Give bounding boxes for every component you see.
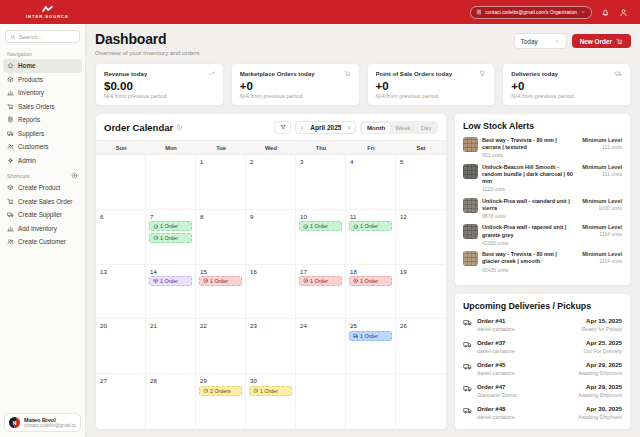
delivery-item[interactable]: Order #37 daniel cantatore Apr 25, 2025 … [463, 339, 622, 354]
calendar-day-cell[interactable]: 8 [196, 210, 246, 265]
calendar-day-cell[interactable] [346, 374, 396, 429]
calendar-day-cell[interactable]: 19 [396, 265, 446, 320]
calendar-day-cell[interactable]: 11 1 Order [346, 210, 396, 265]
day-number: 21 [150, 322, 193, 329]
sidebar-item-inventory[interactable]: Inventory [3, 86, 82, 100]
shortcut-item-add-inventory[interactable]: Add Inventory [3, 222, 82, 236]
calendar-event-chip[interactable]: 1 Order [299, 221, 342, 231]
calendar-day-cell[interactable]: 30 1 Order [246, 374, 296, 429]
delivery-item[interactable]: Order #48 daniel cantatore Apr 30, 2025 … [463, 405, 622, 420]
stat-delta: N/A from previous period [376, 93, 487, 99]
sidebar-item-reports[interactable]: Reports [3, 113, 82, 127]
sidebar-item-label: Reports [18, 116, 40, 123]
date-range-select[interactable]: Today [514, 33, 567, 49]
sidebar-item-admin[interactable]: Admin [3, 154, 82, 168]
calendar-event-chip[interactable]: 1 Order [199, 276, 242, 286]
calendar-day-cell[interactable]: 9 [246, 210, 296, 265]
calendar-day-cell[interactable] [96, 155, 146, 210]
calendar-day-cell[interactable]: 21 [146, 319, 196, 374]
calendar-day-cell[interactable]: 29 2 Orders [196, 374, 246, 429]
sidebar-item-customers[interactable]: Customers [3, 140, 82, 154]
prev-month-button[interactable] [299, 125, 305, 131]
calendar-day-cell[interactable]: 7 1 Order 1 Order [146, 210, 196, 265]
delivery-item[interactable]: Order #45 daniel cantatore Apr 29, 2025 … [463, 361, 622, 376]
calendar-day-cell[interactable] [146, 155, 196, 210]
info-icon[interactable] [176, 124, 183, 131]
app-logo[interactable]: INTER-SOURCE [26, 5, 69, 19]
calendar-event-chip[interactable]: 1 Order [349, 221, 392, 231]
calendar-day-cell[interactable]: 24 [296, 319, 346, 374]
view-option-month[interactable]: Month [362, 123, 390, 133]
calendar-event-chip[interactable]: 1 Order [349, 276, 392, 286]
low-stock-title: Low Stock Alerts [463, 121, 622, 131]
shortcut-item-create-supplier[interactable]: Create Supplier [3, 208, 82, 222]
calendar-event-chip[interactable]: 1 Order [249, 386, 292, 396]
minimum-level-value: 1114 units [578, 258, 622, 264]
calendar-day-cell[interactable]: 12 [396, 210, 446, 265]
view-option-day[interactable]: Day [416, 123, 437, 133]
weekday-header: SunMonTueWedThuFriSat [96, 140, 446, 155]
box-icon [7, 184, 14, 191]
shortcut-item-create-sales-order[interactable]: Create Sales Order [3, 195, 82, 209]
sidebar: Navigation Home Products Inventory Sales… [0, 24, 86, 437]
chart-icon [7, 225, 14, 232]
next-month-button[interactable] [346, 125, 352, 131]
calendar-day-cell[interactable]: 1 [196, 155, 246, 210]
calendar-day-cell[interactable]: 3 [296, 155, 346, 210]
calendar-day-cell[interactable]: 25 1 Order [346, 319, 396, 374]
shortcut-item-create-product[interactable]: Create Product [3, 181, 82, 195]
sidebar-item-products[interactable]: Products [3, 73, 82, 87]
calendar-day-cell[interactable]: 4 [346, 155, 396, 210]
calendar-day-cell[interactable]: 5 [396, 155, 446, 210]
product-thumbnail [463, 224, 478, 239]
account-person-icon[interactable] [619, 8, 628, 17]
view-option-week[interactable]: Week [390, 123, 415, 133]
user-menu[interactable]: N Mateo Bivol contact.codeltix@gmail.com [4, 413, 81, 432]
calendar-day-cell[interactable]: 20 [96, 319, 146, 374]
calendar-day-cell[interactable]: 23 [246, 319, 296, 374]
calendar-day-cell[interactable]: 13 [96, 265, 146, 320]
calendar-day-cell[interactable]: 15 1 Order [196, 265, 246, 320]
calendar-day-cell[interactable]: 27 [96, 374, 146, 429]
low-stock-item[interactable]: Unilock-Pisa wall - standard unit | sier… [463, 198, 622, 219]
minimum-level-label: Minimum Level [578, 251, 622, 257]
notifications-bell-icon[interactable] [601, 8, 610, 17]
calendar-event-chip[interactable]: 1 Order [149, 276, 192, 286]
calendar-event-chip[interactable]: 1 Order [299, 276, 342, 286]
calendar-day-cell[interactable] [296, 374, 346, 429]
calendar-event-chip[interactable]: 1 Order [149, 221, 192, 231]
low-stock-item[interactable]: Best way - Trevista - 80 mm | carrara | … [463, 137, 622, 158]
calendar-day-cell[interactable]: 10 1 Order [296, 210, 346, 265]
calendar-day-cell[interactable]: 16 [246, 265, 296, 320]
truck-icon [7, 130, 14, 137]
low-stock-item[interactable]: Unilock-Pisa wall - tapered unit | grani… [463, 224, 622, 245]
organization-switcher[interactable]: contact.codeltix@gmail.com's Organizatio… [470, 6, 592, 19]
calendar-day-cell[interactable] [396, 374, 446, 429]
calendar-day-cell[interactable]: 26 [396, 319, 446, 374]
search-input[interactable] [19, 34, 75, 40]
low-stock-item[interactable]: Best way - Trevista - 80 mm | glacier cr… [463, 251, 622, 272]
calendar-day-cell[interactable]: 22 [196, 319, 246, 374]
new-order-button[interactable]: New Order [572, 34, 631, 48]
calendar-day-cell[interactable]: 2 [246, 155, 296, 210]
calendar-day-cell[interactable]: 18 1 Order [346, 265, 396, 320]
truck-icon [463, 318, 472, 327]
sidebar-item-suppliers[interactable]: Suppliers [3, 127, 82, 141]
sidebar-item-home[interactable]: Home [3, 59, 82, 73]
calendar-day-cell[interactable]: 14 1 Order [146, 265, 196, 320]
calendar-event-chip[interactable]: 2 Orders [199, 386, 242, 396]
sidebar-item-sales-orders[interactable]: Sales Orders [3, 100, 82, 114]
calendar-filter-button[interactable] [274, 121, 291, 134]
delivery-order-number: Order #45 [477, 361, 515, 368]
calendar-day-cell[interactable]: 6 [96, 210, 146, 265]
shortcut-item-create-customer[interactable]: Create Customer [3, 235, 82, 249]
sidebar-search[interactable] [5, 30, 80, 43]
delivery-item[interactable]: Order #47 Giancarlo Giorno Apr 29, 2025 … [463, 383, 622, 398]
calendar-event-chip[interactable]: 1 Order [149, 233, 192, 243]
delivery-item[interactable]: Order #41 daniel cantatore Apr 15, 2025 … [463, 317, 622, 332]
calendar-day-cell[interactable]: 17 1 Order [296, 265, 346, 320]
add-shortcut-plus-icon[interactable] [71, 172, 78, 179]
calendar-event-chip[interactable]: 1 Order [349, 331, 392, 341]
low-stock-item[interactable]: Unilock-Beacon Hill Smooth - random bund… [463, 164, 622, 192]
calendar-day-cell[interactable]: 28 [146, 374, 196, 429]
